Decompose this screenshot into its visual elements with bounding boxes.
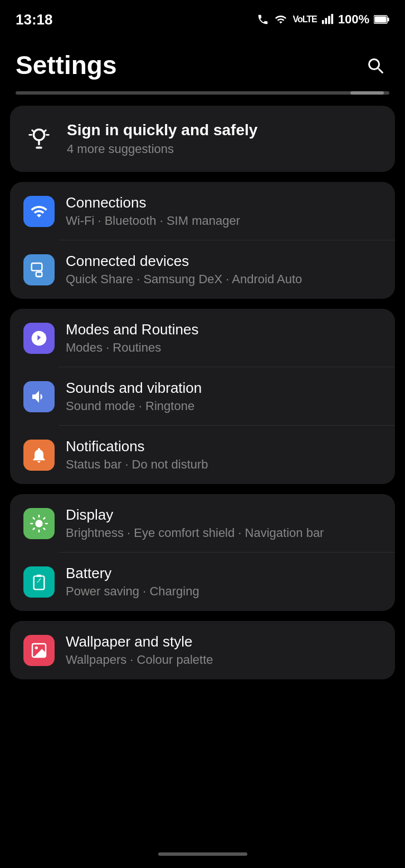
lte-icon: VoLTE [292,14,316,24]
connected-devices-title: Connected devices [66,253,382,270]
status-time: 13:18 [16,11,53,28]
sounds-vibration-title: Sounds and vibration [66,379,382,397]
sounds-vibration-item[interactable]: Sounds and vibration Sound mode · Ringto… [10,367,395,426]
connections-icon [23,196,55,227]
modes-routines-title: Modes and Routines [66,321,382,338]
display-item[interactable]: Display Brightness · Eye comfort shield … [10,494,395,553]
sounds-vibration-subtitle: Sound mode · Ringtone [66,399,382,413]
svg-rect-6 [375,17,387,23]
display-battery-card: Display Brightness · Eye comfort shield … [10,494,395,611]
wallpaper-item[interactable]: Wallpaper and style Wallpapers · Colour … [10,621,395,679]
battery-title: Battery [66,565,382,582]
battery-icon [374,13,389,26]
modes-card: Modes and Routines Modes · Routines Soun… [10,309,395,484]
svg-rect-18 [34,576,45,589]
wallpaper-card: Wallpaper and style Wallpapers · Colour … [10,621,395,679]
svg-rect-19 [37,574,41,576]
status-bar: 13:18 VoLTE 100% [0,0,405,33]
svg-point-21 [35,646,38,649]
notifications-item[interactable]: Notifications Status bar · Do not distur… [10,426,395,484]
battery-percentage: 100% [338,12,369,27]
svg-rect-1 [325,18,327,24]
wifi-status-icon [274,13,288,26]
svg-rect-3 [331,14,333,24]
suggestion-icon [23,124,55,155]
svg-line-12 [32,130,34,131]
wallpaper-subtitle: Wallpapers · Colour palette [66,653,382,667]
home-indicator[interactable] [158,852,247,856]
display-subtitle: Brightness · Eye comfort shield · Naviga… [66,526,382,540]
notifications-subtitle: Status bar · Do not disturb [66,457,382,472]
signal-icon [321,13,334,26]
battery-settings-icon [23,566,55,598]
notifications-icon [23,440,55,471]
suggestion-title: Sign in quickly and safely [67,121,257,139]
status-icons: VoLTE 100% [257,12,389,27]
svg-rect-15 [36,272,42,277]
wallpaper-icon [23,635,55,666]
connected-devices-subtitle: Quick Share · Samsung DeX · Android Auto [66,272,382,287]
wallpaper-title: Wallpaper and style [66,633,382,650]
scroll-indicator [16,91,389,95]
connected-devices-item[interactable]: Connected devices Quick Share · Samsung … [10,240,395,299]
connected-devices-icon [23,254,55,285]
scroll-thumb [350,91,384,95]
sounds-vibration-icon [23,381,55,412]
svg-rect-14 [32,263,42,270]
connections-subtitle: Wi-Fi · Bluetooth · SIM manager [66,214,382,228]
display-icon [23,508,55,539]
svg-point-7 [33,129,44,140]
page-title: Settings [16,50,116,80]
connections-item[interactable]: Connections Wi-Fi · Bluetooth · SIM mana… [10,182,395,240]
display-title: Display [66,506,382,524]
connections-title: Connections [66,194,382,211]
battery-item[interactable]: Battery Power saving · Charging [10,553,395,611]
modes-routines-item[interactable]: Modes and Routines Modes · Routines [10,309,395,367]
page-header: Settings [0,33,405,91]
search-button[interactable] [360,51,389,80]
notifications-title: Notifications [66,438,382,455]
svg-rect-0 [322,20,324,24]
call-icon [257,13,269,26]
suggestion-card[interactable]: Sign in quickly and safely 4 more sugges… [10,106,395,172]
svg-line-13 [45,130,46,131]
suggestion-subtitle: 4 more suggestions [67,142,257,156]
bottom-nav-bar [0,840,405,868]
svg-rect-2 [328,16,330,24]
svg-point-17 [35,520,42,527]
connections-card: Connections Wi-Fi · Bluetooth · SIM mana… [10,182,395,299]
battery-subtitle: Power saving · Charging [66,584,382,599]
modes-routines-icon [23,323,55,354]
svg-rect-5 [388,18,389,22]
modes-routines-subtitle: Modes · Routines [66,341,382,355]
